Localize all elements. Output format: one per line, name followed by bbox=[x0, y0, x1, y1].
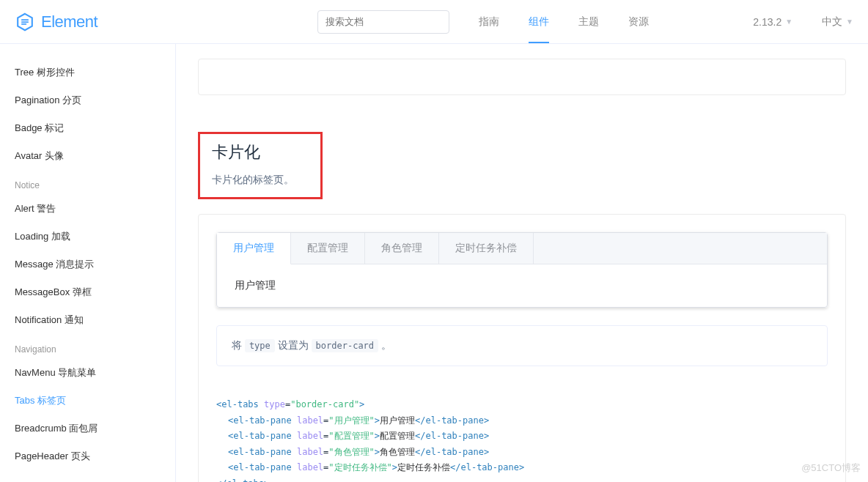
app-header: Element 指南 组件 主题 资源 2.13.2 ▼ 中文 ▼ bbox=[0, 0, 868, 44]
chevron-down-icon: ▼ bbox=[846, 18, 853, 26]
tab-content: 用户管理 bbox=[217, 264, 827, 307]
sidebar-item[interactable]: Notification 通知 bbox=[15, 306, 175, 334]
hint-code-type: type bbox=[245, 339, 275, 352]
border-card-tabs: 用户管理 配置管理 角色管理 定时任务补偿 用户管理 bbox=[216, 232, 828, 308]
nav-resource[interactable]: 资源 bbox=[628, 2, 649, 42]
sidebar: Tree 树形控件 Pagination 分页 Badge 标记 Avatar … bbox=[0, 44, 176, 482]
sidebar-item[interactable]: NavMenu 导航菜单 bbox=[15, 359, 175, 387]
tab-config[interactable]: 配置管理 bbox=[291, 233, 365, 264]
sidebar-item[interactable]: Alert 警告 bbox=[15, 195, 175, 223]
sidebar-item[interactable]: MessageBox 弹框 bbox=[15, 278, 175, 306]
hint-pre: 将 bbox=[232, 339, 245, 351]
version-label: 2.13.2 bbox=[753, 16, 781, 28]
sidebar-group-navigation: Navigation bbox=[15, 334, 175, 359]
language-selector[interactable]: 中文 ▼ bbox=[822, 15, 853, 29]
sidebar-item[interactable]: Message 消息提示 bbox=[15, 251, 175, 278]
nav-links: 指南 组件 主题 资源 bbox=[479, 2, 649, 42]
logo-text: Element bbox=[41, 12, 98, 31]
chevron-down-icon: ▼ bbox=[785, 18, 792, 26]
sidebar-item-tabs[interactable]: Tabs 标签页 bbox=[15, 387, 175, 415]
header-right: 2.13.2 ▼ 中文 ▼ bbox=[753, 15, 853, 29]
sidebar-group-notice: Notice bbox=[15, 170, 175, 195]
main-content: 卡片化 卡片化的标签页。 用户管理 配置管理 角色管理 定时任务补偿 用户管理 … bbox=[176, 44, 868, 482]
sidebar-item[interactable]: Loading 加载 bbox=[15, 223, 175, 251]
sidebar-item[interactable]: Badge 标记 bbox=[15, 114, 175, 142]
sidebar-item[interactable]: Breadcrumb 面包屑 bbox=[15, 415, 175, 442]
tabs-header-fill bbox=[534, 233, 827, 264]
container: Tree 树形控件 Pagination 分页 Badge 标记 Avatar … bbox=[0, 44, 868, 482]
section-header-highlight: 卡片化 卡片化的标签页。 bbox=[198, 132, 323, 199]
hint-code-value: border-card bbox=[312, 339, 378, 352]
search-input[interactable] bbox=[317, 10, 449, 34]
element-logo-icon bbox=[15, 12, 35, 32]
hint-block: 将 type 设置为 border-card 。 bbox=[216, 325, 828, 366]
demo-box: 用户管理 配置管理 角色管理 定时任务补偿 用户管理 将 type 设置为 bo… bbox=[198, 214, 846, 482]
logo[interactable]: Element bbox=[15, 12, 98, 32]
hint-mid: 设置为 bbox=[275, 339, 312, 351]
tab-role[interactable]: 角色管理 bbox=[365, 233, 439, 264]
sidebar-item[interactable]: PageHeader 页头 bbox=[15, 442, 175, 470]
previous-demo-collapsed bbox=[198, 59, 846, 95]
hint-post: 。 bbox=[378, 339, 391, 351]
code-block: <el-tabs type="border-card"> <el-tab-pan… bbox=[199, 384, 845, 482]
search-box bbox=[317, 10, 449, 34]
sidebar-item[interactable]: Avatar 头像 bbox=[15, 142, 175, 170]
nav-theme[interactable]: 主题 bbox=[578, 2, 599, 42]
tab-task[interactable]: 定时任务补偿 bbox=[439, 233, 534, 264]
section-desc: 卡片化的标签页。 bbox=[212, 174, 309, 187]
nav-guide[interactable]: 指南 bbox=[479, 2, 499, 42]
nav-component[interactable]: 组件 bbox=[529, 2, 549, 42]
tabs-header: 用户管理 配置管理 角色管理 定时任务补偿 bbox=[217, 233, 827, 264]
tab-user[interactable]: 用户管理 bbox=[217, 233, 291, 264]
sidebar-item[interactable]: Pagination 分页 bbox=[15, 86, 175, 114]
sidebar-item[interactable]: Tree 树形控件 bbox=[15, 59, 175, 86]
section-title: 卡片化 bbox=[212, 141, 309, 163]
version-selector[interactable]: 2.13.2 ▼ bbox=[753, 16, 792, 28]
language-label: 中文 bbox=[822, 15, 842, 29]
